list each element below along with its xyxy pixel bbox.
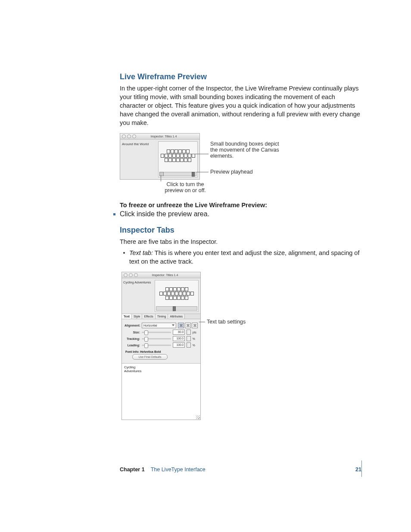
window-title-2: Inspector: Titles 1.4: [131, 274, 199, 277]
leading-slider[interactable]: [142, 345, 171, 346]
tab-timing[interactable]: Timing: [156, 314, 168, 319]
tab-attributes[interactable]: Attributes: [168, 314, 185, 319]
playhead-track-2[interactable]: [156, 306, 197, 311]
titlebar-1: Inspector: Titles 1.4: [120, 134, 199, 140]
heading-inspector-tabs: Inspector Tabs: [120, 226, 361, 235]
leading-stepper[interactable]: [187, 342, 191, 348]
use-defaults-button[interactable]: Use Final Defaults: [132, 354, 168, 360]
page-footer: Chapter 1 The LiveType Interface 21: [120, 467, 361, 473]
heading-live-wireframe: Live Wireframe Preview: [120, 72, 361, 81]
align-left-button[interactable]: [178, 323, 184, 328]
playhead-icon[interactable]: [173, 306, 176, 311]
leading-label: Leading:: [125, 344, 140, 347]
track-text-2: Cycling Adventures: [122, 278, 155, 314]
text-tab-bullet: Text tab: This is where you enter text a…: [129, 249, 361, 266]
tab-effects[interactable]: Effects: [142, 314, 155, 319]
wireframe-preview-2[interactable]: [155, 280, 199, 312]
alignment-label: Alignment:: [125, 324, 140, 327]
titlebar-2: Inspector: Titles 1.4: [122, 272, 200, 278]
inspector-window-2: Inspector: Titles 1.4 Cycling Adventures…: [121, 272, 201, 420]
callout-line: [199, 322, 205, 322]
size-value[interactable]: 80.0: [173, 330, 185, 335]
bullet-icon: [113, 213, 115, 215]
tracking-unit: %: [193, 337, 198, 340]
figure-wireframe-preview: Inspector: Titles 1.4 Around the World: [120, 133, 361, 196]
bullet-dot-icon: [123, 252, 125, 254]
tracking-stepper[interactable]: [187, 336, 191, 341]
bullet-body: This is where you enter text and adjust …: [129, 249, 359, 265]
close-icon[interactable]: [124, 273, 128, 277]
footer-page-number: 21: [355, 467, 361, 473]
tab-bar: Text Style Effects Timing Attributes: [122, 314, 200, 319]
instruction-step: Click inside the preview area.: [120, 210, 209, 218]
callout-line: [196, 172, 209, 172]
bounding-boxes-icon: [161, 149, 195, 162]
align-right-button[interactable]: [192, 323, 198, 328]
text-tab-panel: Alignment: Horizontal Size: 80.0 pts: [122, 319, 200, 363]
figure-text-tab: Inspector: Titles 1.4 Cycling Adventures…: [121, 272, 363, 410]
callout-text-settings: Text tab settings: [207, 319, 246, 325]
tracking-slider[interactable]: [142, 338, 171, 339]
tracking-label: Tracking:: [125, 337, 140, 340]
window-title-1: Inspector: Titles 1.4: [130, 135, 198, 138]
footer-chapter: Chapter 1: [120, 467, 145, 473]
bullet-label: Text tab:: [129, 249, 153, 256]
callout-bounding-boxes: Small bounding boxes depict the movement…: [210, 141, 279, 159]
tracking-value[interactable]: 100.0: [173, 336, 185, 341]
inspector-tabs-intro: There are five tabs in the Inspector.: [120, 237, 361, 246]
instruction-heading: To freeze or unfreeze the Live Wireframe…: [120, 202, 361, 208]
size-label: Size:: [125, 331, 140, 334]
bounding-boxes-icon: [159, 287, 194, 300]
size-stepper[interactable]: [187, 330, 191, 335]
text-entry-area[interactable]: Cycling Adventures: [122, 363, 200, 420]
footer-title: The LiveType Interface: [151, 467, 206, 473]
size-unit: pts: [193, 331, 198, 334]
playhead-icon[interactable]: [192, 172, 195, 177]
paragraph-wireframe: In the upper-right corner of the Inspect…: [120, 84, 361, 127]
wireframe-preview-area[interactable]: [158, 141, 198, 177]
callout-line: [180, 154, 209, 154]
font-info-label: Font Info: Helvetica Bold: [125, 350, 198, 353]
align-center-button[interactable]: [185, 323, 191, 328]
alignment-dropdown[interactable]: Horizontal: [142, 323, 176, 328]
preview-toggle-button[interactable]: [159, 172, 164, 176]
tab-style[interactable]: Style: [132, 314, 143, 319]
footer-divider: [361, 460, 362, 477]
resize-grip-icon[interactable]: [196, 415, 200, 419]
tab-text[interactable]: Text: [122, 314, 132, 319]
playhead-track[interactable]: [159, 172, 196, 176]
callout-playhead: Preview playhead: [210, 169, 253, 175]
track-text-1: Around the World: [120, 140, 158, 179]
callout-line: [161, 175, 161, 181]
leading-value[interactable]: 100.0: [173, 342, 185, 348]
callout-toggle: Click to turn the preview on or off.: [159, 181, 211, 193]
size-slider[interactable]: [142, 332, 171, 333]
close-icon[interactable]: [122, 134, 126, 138]
inspector-window-1: Inspector: Titles 1.4 Around the World: [120, 133, 200, 180]
leading-unit: %: [193, 344, 198, 347]
